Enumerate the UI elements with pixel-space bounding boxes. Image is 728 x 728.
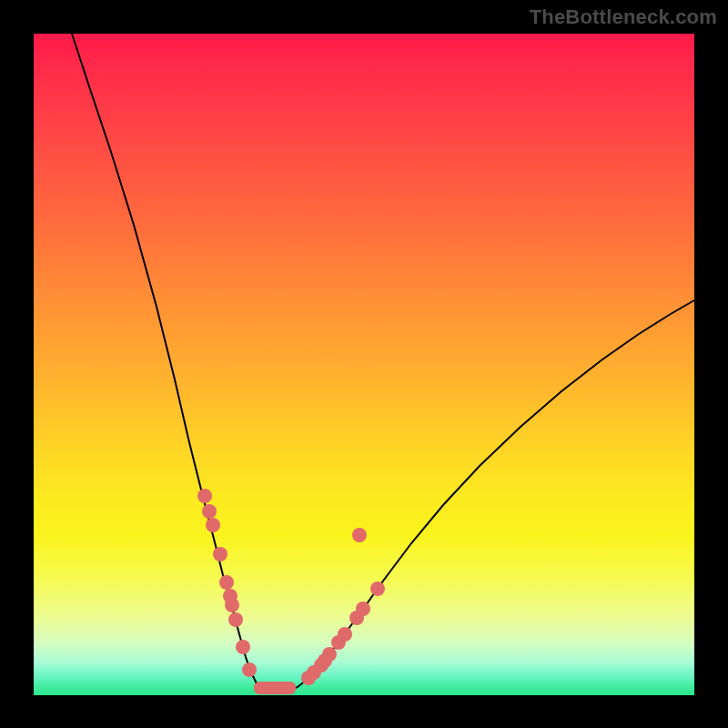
bottleneck-curve xyxy=(72,34,694,693)
data-marker xyxy=(197,489,212,503)
data-marker xyxy=(338,627,352,642)
data-marker xyxy=(202,504,217,519)
data-marker xyxy=(370,581,385,596)
data-marker xyxy=(352,528,367,542)
chart-frame: TheBottleneck.com xyxy=(0,0,728,728)
data-marker xyxy=(236,640,250,654)
data-marker xyxy=(225,598,239,612)
data-marker xyxy=(242,662,257,677)
data-marker xyxy=(356,602,370,616)
data-markers xyxy=(197,489,385,685)
data-marker xyxy=(206,518,220,532)
trough-marker-band xyxy=(254,682,296,694)
chart-overlay xyxy=(34,34,694,695)
data-marker xyxy=(228,612,243,627)
data-marker xyxy=(213,547,228,561)
data-marker xyxy=(322,647,337,662)
watermark-text: TheBottleneck.com xyxy=(530,5,717,29)
data-marker xyxy=(219,575,234,590)
